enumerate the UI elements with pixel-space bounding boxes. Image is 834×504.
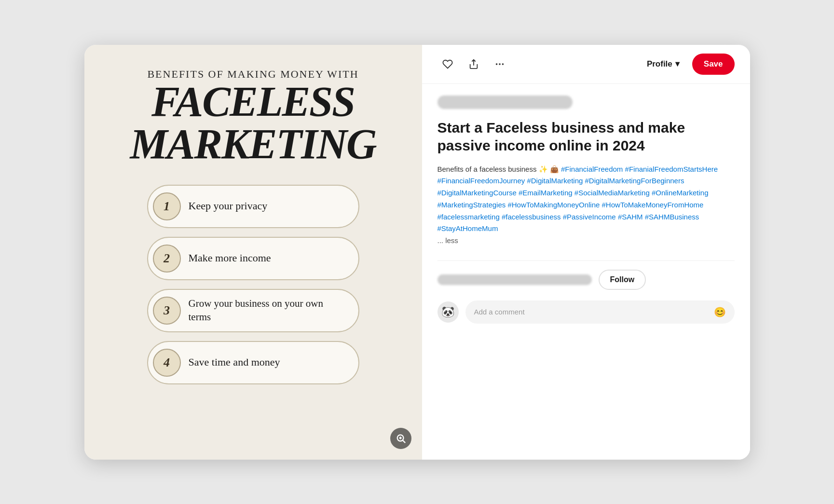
- comment-row: 🐼 Add a comment 😊: [438, 300, 735, 324]
- hashtag-sahm: #SAHM: [618, 213, 643, 221]
- more-dots-icon: [494, 59, 505, 69]
- hashtag-digital-marketing: #DigitalMarketing: [527, 177, 583, 185]
- left-panel: BENEFITS OF MAKING MONEY WITH FACELESS M…: [84, 45, 422, 460]
- hashtag-financial-freedom: #FinancialFreedom: [561, 165, 623, 173]
- benefit-number-4: 4: [153, 349, 181, 377]
- hashtag-marketing-strategies: #MarketingStrategies: [438, 201, 506, 209]
- save-button[interactable]: Save: [692, 54, 735, 75]
- comment-input-wrap[interactable]: Add a comment 😊: [465, 300, 735, 324]
- benefit-item-3: 3 Grow your business on your own terms: [147, 289, 359, 332]
- author-blurred-bar: [438, 95, 573, 109]
- toolbar: Profile ▾ Save: [422, 45, 750, 84]
- author-blurred-name: [438, 274, 592, 285]
- hashtag-stay-at-home-mum: #StayAtHomeMum: [438, 224, 498, 232]
- share-button[interactable]: [464, 54, 484, 74]
- benefit-text-1: Keep your privacy: [189, 199, 268, 213]
- profile-label: Profile: [647, 59, 672, 69]
- avatar-emoji: 🐼: [441, 306, 454, 318]
- profile-button[interactable]: Profile ▾: [640, 55, 686, 73]
- pin-image-header: BENEFITS OF MAKING MONEY WITH FACELESS M…: [130, 68, 376, 165]
- svg-point-7: [502, 63, 504, 65]
- hashtag-faceless-marketing: #facelessmarketing: [438, 213, 500, 221]
- benefit-text-2: Make more income: [189, 251, 271, 265]
- comment-placeholder: Add a comment: [474, 308, 525, 316]
- emoji-button[interactable]: 😊: [714, 306, 726, 318]
- title-main: FACELESS MARKETING: [130, 81, 376, 165]
- search-lens-button[interactable]: [390, 428, 411, 449]
- author-row: Follow: [438, 260, 735, 290]
- benefit-item-1: 1 Keep your privacy: [147, 185, 359, 228]
- hashtag-digital-marketing-beginners: #DigitalMarketingForBeginners: [585, 177, 684, 185]
- benefit-item-2: 2 Make more income: [147, 237, 359, 280]
- benefit-number-2: 2: [153, 245, 181, 272]
- hashtag-how-to-making-money: #HowToMakingMoneyOnline: [507, 201, 600, 209]
- hashtag-online-marketing: #OnlineMarketing: [652, 189, 709, 197]
- profile-arrow: ▾: [675, 59, 680, 69]
- follow-button[interactable]: Follow: [599, 270, 646, 290]
- commenter-avatar: 🐼: [438, 301, 459, 323]
- benefit-text-4: Save time and money: [189, 355, 280, 369]
- hashtag-financial-freedom-starts-here: #FinanialFreedomStartsHere: [625, 165, 718, 173]
- hashtag-email-marketing: #EmailMarketing: [519, 189, 573, 197]
- title-line1: FACELESS: [151, 78, 355, 125]
- svg-point-6: [499, 63, 501, 65]
- less-link[interactable]: ... less: [438, 236, 458, 245]
- benefit-number-3: 3: [153, 297, 181, 325]
- pin-title: Start a Faceless business and make passi…: [438, 119, 735, 155]
- main-container: BENEFITS OF MAKING MONEY WITH FACELESS M…: [84, 45, 750, 460]
- benefits-list: 1 Keep your privacy 2 Make more income 3…: [147, 185, 359, 384]
- description-plain: Benefits of a faceless business ✨ 👜: [438, 165, 559, 173]
- share-icon: [468, 59, 479, 69]
- hashtag-how-to-make-money-from-home: #HowToMakeMoneyFromHome: [602, 201, 704, 209]
- more-button[interactable]: [490, 54, 510, 74]
- hashtag-social-media-marketing: #SocialMediaMarketing: [574, 189, 650, 197]
- benefit-number-1: 1: [153, 192, 181, 220]
- hashtag-digital-marketing-course: #DigitalMarketingCourse: [438, 189, 517, 197]
- hashtags: #FinancialFreedom #FinanialFreedomStarts…: [438, 165, 718, 233]
- benefit-item-4: 4 Save time and money: [147, 341, 359, 384]
- svg-line-1: [403, 440, 405, 443]
- hashtag-financial-freedom-journey: #FinancialFreedomJourney: [438, 177, 525, 185]
- right-panel: Profile ▾ Save Start a Faceless business…: [422, 45, 750, 460]
- benefit-text-3: Grow your business on your own terms: [189, 297, 347, 324]
- svg-point-5: [495, 63, 497, 65]
- heart-icon: [442, 59, 453, 69]
- pin-description: Benefits of a faceless business ✨ 👜 #Fin…: [438, 163, 735, 247]
- hashtag-passive-income: #PassiveIncome: [563, 213, 616, 221]
- like-button[interactable]: [438, 54, 458, 74]
- hashtag-faceless-business: #facelessbusiness: [502, 213, 561, 221]
- right-content: Start a Faceless business and make passi…: [422, 84, 750, 460]
- hashtag-sahm-business: #SAHMBusiness: [645, 213, 699, 221]
- title-line2: MARKETING: [130, 121, 376, 167]
